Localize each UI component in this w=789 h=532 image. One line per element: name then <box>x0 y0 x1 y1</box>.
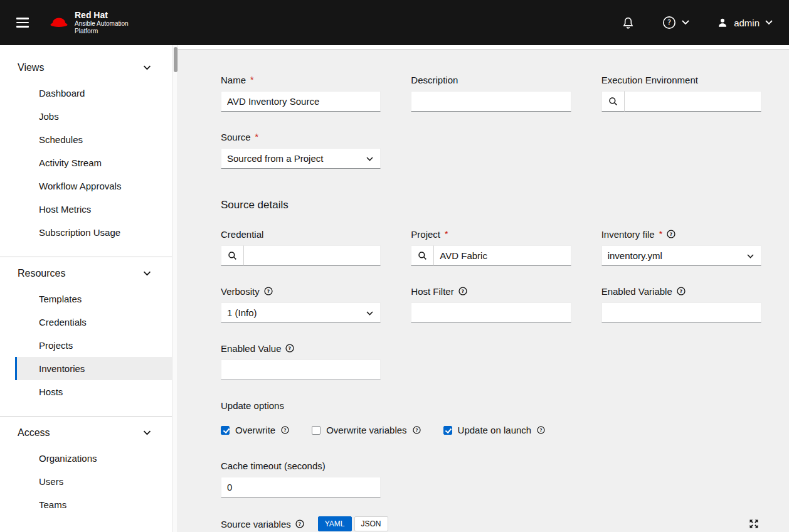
form-row-2: Source * Sourced from a Project <box>221 130 761 169</box>
host-filter-input[interactable] <box>411 302 571 323</box>
project-search-button[interactable] <box>411 245 434 266</box>
sidebar-section-label: Resources <box>18 268 65 279</box>
inventory-file-select[interactable]: inventory.yml <box>601 245 761 266</box>
sidebar-item-label: Inventories <box>39 363 85 374</box>
sidebar-item-hosts[interactable]: Hosts <box>15 380 172 403</box>
enabled-variable-label: Enabled Variable <box>601 286 672 297</box>
app-root: Red Hat Ansible Automation Platform ? <box>0 0 789 532</box>
credential-search-button[interactable] <box>221 245 244 266</box>
sidebar-item-label: Activity Stream <box>39 157 102 168</box>
enabled-variable-help-icon[interactable]: ? <box>677 287 686 295</box>
sidebar-item-projects[interactable]: Projects <box>15 334 172 357</box>
description-field-group: Description <box>411 73 571 112</box>
enabled-value-label: Enabled Value <box>221 343 281 354</box>
nav-toggle-button[interactable] <box>10 10 35 35</box>
main-content: Name * Description Execution Environ <box>178 45 789 532</box>
inventory-file-label-row: Inventory file * ? <box>601 228 761 240</box>
sidebar-item-templates[interactable]: Templates <box>15 287 172 311</box>
enabled-value-input[interactable] <box>221 359 381 380</box>
cache-timeout-field-group: Cache timeout (seconds) <box>221 459 761 497</box>
source-variables-mode-toggle: YAML JSON <box>318 516 388 531</box>
svg-text:?: ? <box>667 18 671 27</box>
notifications-button[interactable] <box>622 16 635 29</box>
svg-text:?: ? <box>680 289 682 294</box>
overwrite-variables-help-icon[interactable]: ? <box>413 426 421 434</box>
editor-expand-button[interactable] <box>746 516 761 531</box>
cache-timeout-input[interactable] <box>221 477 381 497</box>
inventory-file-help-icon[interactable]: ? <box>667 230 675 238</box>
source-variables-label: Source variables <box>221 519 291 529</box>
sidebar-item-teams[interactable]: Teams <box>15 493 172 516</box>
project-lookup <box>411 245 571 266</box>
update-on-launch-checkbox-row[interactable]: Update on launch ? <box>443 425 546 435</box>
host-filter-help-icon[interactable]: ? <box>458 287 467 295</box>
description-label: Description <box>411 75 458 85</box>
sidebar-item-host-metrics[interactable]: Host Metrics <box>15 198 172 221</box>
sidebar-item-inventories[interactable]: Inventories <box>15 357 172 380</box>
overwrite-variables-checkbox[interactable] <box>312 426 320 435</box>
required-asterisk: * <box>445 229 448 239</box>
overwrite-checkbox-row[interactable]: Overwrite ? <box>221 425 289 435</box>
verbosity-help-icon[interactable]: ? <box>264 287 273 295</box>
sidebar-item-activity-stream[interactable]: Activity Stream <box>15 151 172 174</box>
update-on-launch-checkbox[interactable] <box>443 426 452 435</box>
update-options-title: Update options <box>221 400 761 411</box>
update-options-checkboxes: Overwrite ? Overwrite variables ? Update… <box>221 425 761 435</box>
inventory-source-form: Name * Description Execution Environ <box>221 73 761 531</box>
execution-environment-lookup <box>601 91 761 112</box>
sidebar-item-dashboard[interactable]: Dashboard <box>15 82 172 105</box>
sidebar-item-label: Host Metrics <box>39 204 91 215</box>
json-mode-button[interactable]: JSON <box>354 516 388 531</box>
sidebar-item-subscription-usage[interactable]: Subscription Usage <box>15 221 172 244</box>
source-variables-help-icon[interactable]: ? <box>295 519 304 528</box>
masthead-toolbar: ? admin <box>622 16 773 29</box>
overwrite-variables-checkbox-row[interactable]: Overwrite variables ? <box>312 425 420 435</box>
update-on-launch-help-icon[interactable]: ? <box>537 426 545 434</box>
scrollbar[interactable] <box>172 45 178 532</box>
chevron-down-icon <box>143 271 151 276</box>
masthead: Red Hat Ansible Automation Platform ? <box>0 0 789 45</box>
yaml-mode-button[interactable]: YAML <box>318 516 352 531</box>
host-filter-label: Host Filter <box>411 286 453 297</box>
sidebar-item-workflow-approvals[interactable]: Workflow Approvals <box>15 174 172 198</box>
chevron-down-icon <box>143 65 151 70</box>
chevron-down-icon <box>143 430 151 435</box>
form-row-1: Name * Description Execution Environ <box>221 73 761 112</box>
name-input[interactable] <box>221 91 381 112</box>
sidebar-item-label: Hosts <box>39 386 63 397</box>
credential-label-row: Credential <box>221 228 381 240</box>
project-input[interactable] <box>434 245 571 266</box>
sidebar-item-organizations[interactable]: Organizations <box>15 447 172 470</box>
description-input[interactable] <box>411 91 571 112</box>
sidebar-item-jobs[interactable]: Jobs <box>15 105 172 128</box>
sidebar-item-users[interactable]: Users <box>15 470 172 493</box>
scrollbar-thumb[interactable] <box>174 47 177 72</box>
source-select[interactable]: Sourced from a Project <box>221 148 381 169</box>
overwrite-help-icon[interactable]: ? <box>281 426 289 434</box>
overwrite-checkbox[interactable] <box>221 426 230 435</box>
required-asterisk: * <box>255 132 258 142</box>
sidebar-item-label: Dashboard <box>39 88 85 98</box>
sidebar-section-resources-toggle[interactable]: Resources <box>0 260 172 287</box>
verbosity-select[interactable]: 1 (Info) <box>221 302 381 323</box>
enabled-value-help-icon[interactable]: ? <box>285 344 294 353</box>
sidebar-item-label: Organizations <box>39 453 97 464</box>
sidebar-item-credentials[interactable]: Credentials <box>15 311 172 334</box>
enabled-variable-label-row: Enabled Variable ? <box>601 285 761 297</box>
sidebar-item-label: Schedules <box>39 134 83 145</box>
help-menu-button[interactable]: ? <box>662 16 689 29</box>
search-icon <box>228 251 237 260</box>
execution-environment-search-button[interactable] <box>601 91 625 112</box>
sidebar-section-access-toggle[interactable]: Access <box>0 419 172 447</box>
hamburger-icon <box>16 18 29 19</box>
sidebar-item-label: Users <box>39 476 63 487</box>
credential-input[interactable] <box>244 245 381 266</box>
source-label-row: Source * <box>221 130 381 143</box>
sidebar-section-views-toggle[interactable]: Views <box>0 54 172 82</box>
enabled-variable-input[interactable] <box>601 302 761 323</box>
sidebar-item-schedules[interactable]: Schedules <box>15 128 172 151</box>
credential-lookup <box>221 245 381 266</box>
execution-environment-input[interactable] <box>625 91 761 112</box>
sidebar-item-label: Jobs <box>39 111 59 122</box>
user-menu-button[interactable]: admin <box>717 17 773 28</box>
